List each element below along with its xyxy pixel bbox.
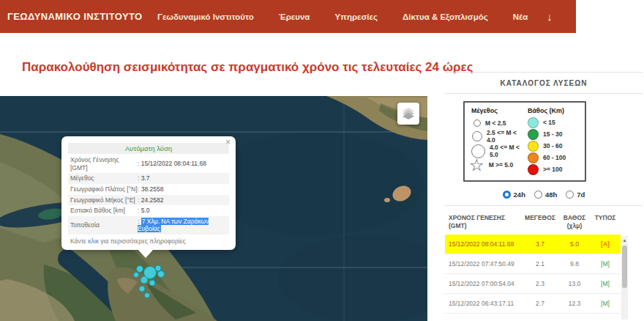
nav-item-services[interactable]: Υπηρεσίες <box>334 12 378 21</box>
legend-item: ☆ M >= 5.0 <box>471 158 523 171</box>
cell-magnitude: 2.1 <box>523 260 557 268</box>
earthquake-popup: × Αυτόματη λύση Χρόνος Γέννησης [GMT] 15… <box>61 136 236 250</box>
scroll-up-icon[interactable]: ▲ <box>621 236 628 244</box>
field-value: 5.0 <box>138 207 227 215</box>
legend-label: M < 2.5 <box>485 119 506 127</box>
table-row[interactable]: 15/12/2022 07:00:54.04 2.3 13.0 [M] <box>445 274 621 294</box>
cell-time: 15/12/2022 07:47:50.49 <box>449 260 523 268</box>
scrollbar-thumb[interactable] <box>622 246 627 288</box>
close-icon[interactable]: × <box>225 138 231 147</box>
nav-item-institute[interactable]: Γεωδυναμικό Ινστιτούτο <box>157 12 254 21</box>
header-time: ΧΡΟΝΟΣ ΓΕΝΕΣΗΣ (GMT) <box>449 214 523 230</box>
radio-unselected-icon <box>566 191 574 199</box>
field-value: 3.7 <box>138 174 227 182</box>
legend-item: M < 2.5 <box>471 117 523 129</box>
legend-label: M >= 5.0 <box>489 161 514 169</box>
legend-magnitude-column: Μέγεθος M < 2.5 2.5 <= M < 4.0 4.0 <= M … <box>471 107 523 175</box>
field-value: 7 Χλμ. ΝΑ των Ζαράκων Ευβοίας <box>138 218 227 233</box>
cell-type: [A] <box>592 240 618 248</box>
radio-label: 48h <box>545 191 557 199</box>
legend-label: 15 - 30 <box>543 130 562 138</box>
legend-magnitude-title: Μέγεθος <box>471 107 523 114</box>
popup-footer: Κάντε κλικ για περισσότερες πληροφορίες <box>68 235 229 246</box>
cell-magnitude: 2.3 <box>523 280 557 287</box>
legend-label: 4.0 <= M < 5.0 <box>490 144 523 158</box>
cell-time: 15/12/2022 06:43:17.11 <box>449 300 523 307</box>
star-icon: ☆ <box>469 160 484 170</box>
map-layers-button[interactable] <box>397 103 419 125</box>
radio-7d[interactable]: 7d <box>566 191 585 199</box>
legend-item: 2.5 <= M < 4.0 <box>471 129 523 144</box>
radio-selected-icon <box>503 191 511 199</box>
field-label: Εστιακό Βάθος [km] <box>70 207 138 215</box>
field-label: Μέγεθος <box>70 174 138 182</box>
legend-depth-column: Βάθος (Km) < 15 15 - 30 30 - 60 60 - 100… <box>528 107 580 175</box>
table-row[interactable]: 15/12/2022 08:04:11.68 3.7 5.0 [A] <box>445 235 621 254</box>
cell-magnitude: 2.7 <box>523 300 557 307</box>
table-row[interactable]: 15/12/2022 07:47:50.49 2.1 9.8 [M] <box>445 254 621 274</box>
page-title: Παρακολούθηση σεισμικότητας σε πραγματικ… <box>22 60 473 75</box>
legend-label: >= 100 <box>543 166 562 173</box>
depth-dot-icon <box>528 129 539 140</box>
earthquake-table: ΧΡΟΝΟΣ ΓΕΝΕΣΗΣ (GMT) ΜΕΓΕΘΟΣ ΒΑΘΟΣ (χλμ)… <box>445 213 621 314</box>
legend-item: 15 - 30 <box>528 128 580 140</box>
solutions-sidebar: ΚΑΤΑΛΟΓΟΣ ΛΥΣΕΩΝ Μέγεθος M < 2.5 2.5 <= … <box>445 72 643 321</box>
cell-depth: 13.0 <box>557 280 592 287</box>
nav-item-news[interactable]: Νέα <box>513 12 528 21</box>
field-label: Χρόνος Γέννησης [GMT] <box>70 156 138 171</box>
field-label: Τοποθεσία <box>70 221 138 229</box>
cell-magnitude: 3.7 <box>523 240 557 248</box>
legend-label: < 15 <box>543 119 555 126</box>
cell-type: [M] <box>592 260 618 268</box>
popup-field-depth: Εστιακό Βάθος [km] 5.0 <box>68 205 229 216</box>
popup-field-magnitude: Μέγεθος 3.7 <box>68 173 229 184</box>
depth-dot-icon <box>528 117 539 128</box>
nav-item-networks[interactable]: Δίκτυα & Εξοπλισμός <box>402 12 488 21</box>
legend-item: 60 - 100 <box>528 152 580 163</box>
top-navbar: ΓΕΩΔΥΝΑΜΙΚΟ ΙΝΣΤΙΤΟΥΤΟ Γεωδυναμικό Ινστι… <box>0 0 576 33</box>
cell-depth: 12.3 <box>557 300 592 307</box>
click-link[interactable]: κλικ <box>88 237 99 245</box>
legend-label: 2.5 <= M < 4.0 <box>487 129 523 144</box>
legend-label: 30 - 60 <box>543 142 562 150</box>
popup-field-longitude: Γεωγραφικό Μήκος [°E] 24.2582 <box>68 195 229 206</box>
legend-item: >= 100 <box>528 163 580 175</box>
nav-item-research[interactable]: Έρευνα <box>279 12 310 21</box>
field-value: 15/12/2022 08:04:11.68 <box>138 160 227 168</box>
field-label: Γεωγραφικό Πλάτος [°N] <box>70 185 138 193</box>
footer-text: Κάντε <box>70 237 88 245</box>
field-value: 38.2558 <box>138 185 227 193</box>
cell-time: 15/12/2022 08:04:11.68 <box>449 240 523 248</box>
medium-circle-icon <box>472 131 482 141</box>
legend-item: 30 - 60 <box>528 140 580 152</box>
seismicity-map[interactable]: × Αυτόματη λύση Χρόνος Γέννησης [GMT] 15… <box>0 96 427 321</box>
radio-label: 7d <box>577 191 585 199</box>
legend-label: 60 - 100 <box>543 154 566 161</box>
table-header-row: ΧΡΟΝΟΣ ΓΕΝΕΣΗΣ (GMT) ΜΕΓΕΘΟΣ ΒΑΘΟΣ (χλμ)… <box>445 213 621 235</box>
field-value: 24.2582 <box>138 196 227 204</box>
cell-type: [M] <box>592 300 618 307</box>
popup-field-origin-time: Χρόνος Γέννησης [GMT] 15/12/2022 08:04:1… <box>68 155 229 173</box>
depth-dot-icon <box>528 164 539 175</box>
small-circle-icon <box>473 119 481 127</box>
radio-24h[interactable]: 24h <box>503 191 525 199</box>
scroll-down-arrow-icon[interactable]: ↓ <box>547 10 553 23</box>
depth-dot-icon <box>528 152 539 163</box>
radio-48h[interactable]: 48h <box>534 191 557 199</box>
map-legend: Μέγεθος M < 2.5 2.5 <= M < 4.0 4.0 <= M … <box>463 101 586 182</box>
nav-menu: Γεωδυναμικό Ινστιτούτο Έρευνα Υπηρεσίες … <box>157 12 528 21</box>
table-scrollbar[interactable]: ▲ <box>621 236 628 320</box>
header-depth: ΒΑΘΟΣ (χλμ) <box>557 214 592 230</box>
divider <box>445 205 643 206</box>
footer-text: για περισσότερες πληροφορίες <box>99 237 186 245</box>
sidebar-title: ΚΑΤΑΛΟΓΟΣ ΛΥΣΕΩΝ <box>445 73 643 93</box>
popup-title: Αυτόματη λύση <box>68 143 229 154</box>
site-logo[interactable]: ΓΕΩΔΥΝΑΜΙΚΟ ΙΝΣΤΙΤΟΥΤΟ <box>7 11 157 22</box>
field-label: Γεωγραφικό Μήκος [°E] <box>70 196 138 204</box>
divider <box>445 93 643 94</box>
legend-item: < 15 <box>528 117 580 128</box>
depth-dot-icon <box>528 141 539 152</box>
popup-field-location: Τοποθεσία 7 Χλμ. ΝΑ των Ζαράκων Ευβοίας <box>68 216 229 235</box>
cell-depth: 5.0 <box>557 240 592 248</box>
table-row[interactable]: 15/12/2022 06:43:17.11 2.7 12.3 [M] <box>445 294 621 314</box>
